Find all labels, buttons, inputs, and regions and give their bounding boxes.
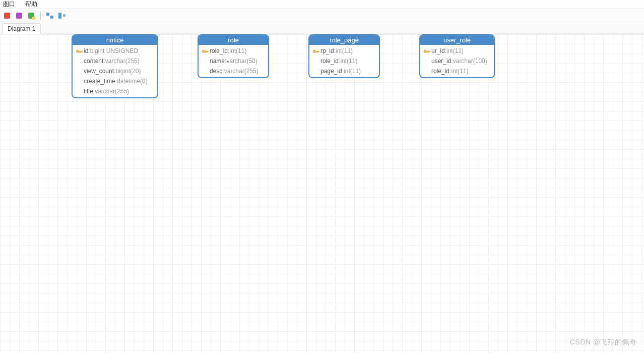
field-name: content: [84, 56, 103, 66]
field-type: int(11): [336, 46, 353, 55]
field-name: view_count: [84, 67, 114, 76]
field-name: id: [84, 46, 88, 55]
field-row[interactable]: name: varchar(50): [199, 56, 268, 66]
menubar: 图口 帮助: [0, 0, 644, 9]
field-type: datetime(0): [117, 77, 148, 86]
field-type: int(11): [451, 67, 468, 76]
field-name: create_time: [84, 77, 115, 86]
blue-link-icon: [58, 13, 66, 19]
diagram-canvas[interactable]: noticeid: bigint UNSIGNEDcontent: varcha…: [0, 34, 644, 353]
field-row[interactable]: desc: varchar(255): [199, 66, 268, 76]
toolbar-separator: [40, 11, 41, 20]
purple-square-icon: [16, 13, 22, 19]
field-type: varchar(255): [224, 67, 259, 76]
entity-header[interactable]: notice: [73, 35, 157, 45]
entity-body: ur_id: int(11)user_id: varchar(100)role_…: [420, 45, 494, 77]
field-name: role_id: [320, 56, 339, 66]
field-type: bigint UNSIGNED: [90, 46, 138, 55]
tabstrip: Diagram 1: [0, 22, 644, 34]
menu-item-help[interactable]: 帮助: [25, 0, 37, 9]
entity-header[interactable]: role_page: [309, 35, 379, 45]
field-row[interactable]: role_id: int(11): [309, 56, 379, 66]
field-name: role_id: [431, 67, 449, 76]
entity-notice[interactable]: noticeid: bigint UNSIGNEDcontent: varcha…: [72, 34, 158, 98]
field-name: page_id: [320, 67, 342, 76]
entity-body: role_id: int(11)name: varchar(50)desc: v…: [199, 45, 268, 77]
toolbar: [0, 9, 644, 22]
field-type: bigint(20): [115, 67, 141, 76]
menu-item-window[interactable]: 图口: [3, 0, 15, 9]
field-name: user_id: [431, 56, 451, 66]
toolbar-btn-5[interactable]: [57, 11, 67, 21]
primary-key-icon: [75, 47, 84, 54]
blue-relation-icon: [46, 13, 53, 19]
toolbar-btn-4[interactable]: [45, 11, 55, 21]
entity-header[interactable]: role: [199, 35, 268, 45]
field-row[interactable]: id: bigint UNSIGNED: [73, 46, 157, 56]
field-type: varchar(255): [95, 87, 129, 96]
primary-key-icon: [311, 47, 320, 54]
entity-header[interactable]: user_role: [420, 35, 494, 45]
field-name: ur_id: [431, 46, 445, 55]
field-type: varchar(255): [105, 56, 140, 66]
toolbar-btn-1[interactable]: [2, 11, 12, 21]
field-name: title: [84, 87, 93, 96]
field-type: varchar(50): [226, 56, 257, 66]
field-type: int(11): [446, 46, 464, 55]
field-row[interactable]: user_id: varchar(100): [420, 56, 494, 66]
entity-user_role[interactable]: user_roleur_id: int(11)user_id: varchar(…: [419, 34, 495, 78]
field-type: int(11): [229, 46, 246, 55]
entity-body: id: bigint UNSIGNEDcontent: varchar(255)…: [73, 45, 157, 97]
watermark: CSDN @飞翔的佩奇: [570, 338, 637, 347]
field-row[interactable]: role_id: int(11): [420, 66, 494, 76]
green-table-icon: [28, 13, 34, 19]
field-name: role_id: [210, 46, 228, 55]
primary-key-icon: [422, 47, 431, 54]
entity-role_page[interactable]: role_pagerp_id: int(11)role_id: int(11)p…: [308, 34, 380, 78]
field-row[interactable]: content: varchar(255): [73, 56, 157, 66]
toolbar-btn-3[interactable]: [26, 11, 36, 21]
field-row[interactable]: title: varchar(255): [73, 86, 157, 96]
field-row[interactable]: view_count: bigint(20): [73, 66, 157, 76]
tab-diagram-1[interactable]: Diagram 1: [2, 23, 41, 34]
field-row[interactable]: rp_id: int(11): [309, 46, 379, 56]
field-row[interactable]: ur_id: int(11): [420, 46, 494, 56]
field-row[interactable]: page_id: int(11): [309, 66, 379, 76]
field-type: varchar(100): [453, 56, 487, 66]
entity-role[interactable]: rolerole_id: int(11)name: varchar(50)des…: [198, 34, 269, 78]
field-name: desc: [210, 67, 222, 76]
primary-key-icon: [201, 47, 210, 54]
field-name: name: [210, 56, 225, 66]
toolbar-btn-2[interactable]: [14, 11, 24, 21]
field-type: int(11): [344, 67, 361, 76]
entity-body: rp_id: int(11)role_id: int(11)page_id: i…: [309, 45, 379, 77]
red-square-icon: [4, 13, 10, 19]
field-name: rp_id: [320, 46, 334, 55]
field-row[interactable]: role_id: int(11): [199, 46, 268, 56]
field-type: int(11): [340, 56, 357, 66]
field-row[interactable]: create_time: datetime(0): [73, 76, 157, 86]
